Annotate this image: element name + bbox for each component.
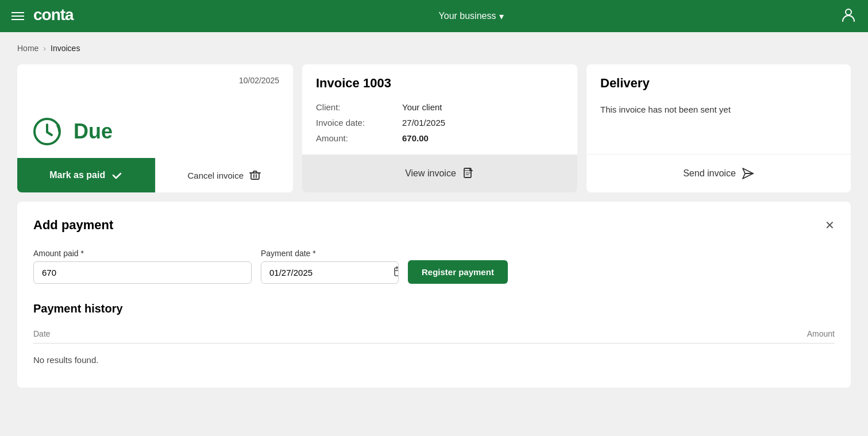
delivery-card: Delivery This invoice has not been sent …: [587, 64, 851, 192]
invoice-fields: Client: Your client Invoice date: 27/01/…: [316, 102, 564, 143]
status-card-actions: Mark as paid Cancel invoice: [17, 158, 293, 192]
invoice-title: Invoice 1003: [316, 76, 564, 91]
register-payment-button[interactable]: Register payment: [408, 260, 508, 284]
mark-as-paid-button[interactable]: Mark as paid: [17, 158, 155, 192]
svg-text:conta: conta: [33, 6, 74, 24]
invoice-date: 10/02/2025: [239, 76, 279, 85]
status-card-top: 10/02/2025 Due: [17, 64, 293, 158]
trash-icon: [249, 169, 261, 181]
history-amount-col: Amount: [807, 329, 835, 338]
breadcrumb-invoices: Invoices: [51, 44, 80, 53]
status-card: 10/02/2025 Due Mark as paid: [17, 64, 293, 192]
main-content: 10/02/2025 Due Mark as paid: [0, 59, 868, 405]
header: conta Your business ▾: [0, 0, 868, 32]
svg-point-1: [846, 9, 851, 15]
amount-value: 670.00: [402, 133, 429, 143]
delivery-card-top: Delivery This invoice has not been sent …: [587, 64, 851, 154]
payment-panel-header: Add payment ✕: [33, 218, 835, 233]
breadcrumb-home[interactable]: Home: [17, 44, 38, 53]
date-label: Invoice date:: [316, 118, 391, 128]
due-status: Due: [74, 119, 113, 144]
amount-field: Amount: 670.00: [316, 133, 564, 143]
payment-date-group: Payment date *: [261, 249, 399, 284]
user-icon[interactable]: [840, 6, 857, 26]
check-icon: [111, 169, 122, 181]
date-field: Invoice date: 27/01/2025: [316, 118, 564, 128]
payment-date-label: Payment date *: [261, 249, 399, 258]
status-content: Due: [31, 114, 113, 149]
send-icon: [742, 167, 754, 180]
breadcrumb-separator: ›: [43, 44, 46, 53]
history-table-header: Date Amount: [33, 325, 835, 344]
svg-rect-3: [251, 173, 259, 179]
chevron-down-icon: ▾: [499, 11, 504, 22]
clock-icon: [31, 114, 65, 149]
client-field: Client: Your client: [316, 102, 564, 112]
no-results: No results found.: [33, 348, 835, 372]
amount-paid-input[interactable]: [33, 261, 252, 284]
business-label: Your business: [439, 11, 496, 21]
logo: conta: [33, 5, 102, 28]
delivery-message: This invoice has not been sent yet: [600, 105, 837, 114]
payment-form: Amount paid * Payment date *: [33, 249, 835, 284]
send-invoice-button[interactable]: Send invoice: [587, 154, 851, 192]
menu-button[interactable]: [11, 12, 24, 20]
invoice-detail-card: Invoice 1003 Client: Your client Invoice…: [302, 64, 577, 192]
cancel-invoice-button[interactable]: Cancel invoice: [155, 158, 294, 192]
payment-history-title: Payment history: [33, 302, 835, 315]
cancel-invoice-label: Cancel invoice: [187, 171, 244, 180]
amount-paid-label: Amount paid *: [33, 249, 252, 258]
date-input-wrap: [261, 261, 399, 284]
client-label: Client:: [316, 102, 391, 112]
mark-paid-label: Mark as paid: [49, 170, 105, 180]
view-invoice-button[interactable]: View invoice: [302, 155, 577, 192]
breadcrumb: Home › Invoices: [0, 32, 868, 59]
business-selector[interactable]: Your business ▾: [439, 11, 504, 22]
amount-label: Amount:: [316, 133, 391, 143]
send-invoice-label: Send invoice: [683, 168, 736, 179]
add-payment-title: Add payment: [33, 218, 113, 233]
delivery-title: Delivery: [600, 76, 837, 91]
view-invoice-label: View invoice: [405, 168, 456, 179]
document-icon: [462, 167, 474, 180]
payment-date-input[interactable]: [261, 262, 387, 283]
date-value: 27/01/2025: [402, 118, 445, 128]
payment-panel: Add payment ✕ Amount paid * Payment date…: [17, 202, 851, 388]
close-button[interactable]: ✕: [825, 219, 835, 231]
client-value: Your client: [402, 102, 442, 112]
payment-history: Payment history Date Amount No results f…: [33, 302, 835, 372]
invoice-detail-top: Invoice 1003 Client: Your client Invoice…: [302, 64, 577, 155]
amount-paid-group: Amount paid *: [33, 249, 252, 284]
calendar-icon[interactable]: [387, 265, 399, 280]
history-date-col: Date: [33, 329, 51, 338]
cards-row: 10/02/2025 Due Mark as paid: [17, 64, 851, 192]
